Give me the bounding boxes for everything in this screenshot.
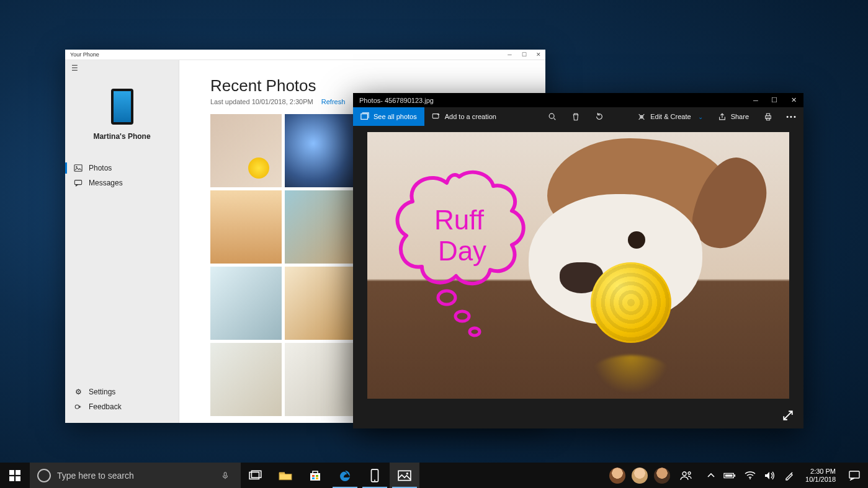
sidebar-item-feedback[interactable]: Feedback xyxy=(65,399,179,414)
photos-icon xyxy=(74,164,83,172)
see-all-photos-button[interactable]: See all photos xyxy=(353,107,424,126)
photo-thumbnail[interactable] xyxy=(285,267,356,340)
close-button[interactable]: ✕ xyxy=(784,93,803,107)
ink-workspace-icon[interactable] xyxy=(784,471,794,481)
start-button[interactable] xyxy=(0,463,30,488)
zoom-button[interactable] xyxy=(540,107,564,126)
svg-rect-17 xyxy=(16,470,20,475)
search-placeholder: Type here to search xyxy=(57,471,210,481)
svg-point-32 xyxy=(406,472,408,474)
photo-image[interactable]: Ruff Day xyxy=(367,132,789,399)
taskbar-app-explorer[interactable] xyxy=(271,463,300,488)
battery-icon[interactable] xyxy=(723,472,736,479)
tray-overflow-icon[interactable] xyxy=(707,473,715,478)
edit-create-button[interactable]: Edit & Create ⌄ xyxy=(630,107,710,126)
your-phone-sidebar: ☰ Martina's Phone Photos Messages xyxy=(65,60,179,423)
mic-icon[interactable] xyxy=(216,471,235,480)
hamburger-icon[interactable]: ☰ xyxy=(65,60,179,76)
svg-point-14 xyxy=(455,311,469,321)
sidebar-item-label: Messages xyxy=(89,179,123,187)
see-all-label: See all photos xyxy=(374,113,417,120)
svg-point-6 xyxy=(549,113,554,118)
phone-name: Martina's Phone xyxy=(93,132,150,141)
add-to-creation-button[interactable]: Add to a creation xyxy=(424,107,504,126)
sidebar-item-photos[interactable]: Photos xyxy=(65,161,179,175)
messages-icon xyxy=(74,179,83,187)
feedback-icon xyxy=(74,402,83,411)
svg-rect-31 xyxy=(398,471,411,480)
photo-thumbnail[interactable] xyxy=(210,114,282,187)
gear-icon: ⚙ xyxy=(74,388,83,396)
photo-thumbnail[interactable] xyxy=(285,343,356,416)
system-tray xyxy=(701,463,800,488)
svg-rect-20 xyxy=(224,472,226,476)
add-creation-icon xyxy=(432,112,441,121)
share-label: Share xyxy=(731,113,749,120)
refresh-link[interactable]: Refresh xyxy=(321,98,346,105)
rotate-icon xyxy=(595,112,604,121)
more-button[interactable]: ••• xyxy=(780,107,803,126)
minimize-button[interactable]: ─ xyxy=(746,93,765,107)
close-button[interactable]: ✕ xyxy=(531,50,545,60)
svg-text:Ruff: Ruff xyxy=(434,205,485,235)
taskbar: Type here to search xyxy=(0,463,868,488)
sidebar-item-label: Photos xyxy=(89,164,112,172)
svg-rect-28 xyxy=(316,477,318,479)
photo-ball xyxy=(591,262,671,343)
collection-icon xyxy=(360,112,369,121)
taskbar-clock[interactable]: 2:30 PM 10/1/2018 xyxy=(800,463,841,488)
sidebar-item-settings[interactable]: ⚙ Settings xyxy=(65,384,179,399)
sidebar-item-messages[interactable]: Messages xyxy=(65,175,179,190)
svg-point-30 xyxy=(374,479,375,481)
taskbar-app-yourphone[interactable] xyxy=(360,463,390,488)
fullscreen-button[interactable] xyxy=(781,409,795,422)
cortana-icon xyxy=(37,469,51,482)
svg-point-13 xyxy=(438,291,455,304)
svg-point-1 xyxy=(76,166,77,167)
maximize-button[interactable]: ☐ xyxy=(517,50,531,60)
clock-date: 10/1/2018 xyxy=(805,476,836,484)
photo-thumbnail[interactable] xyxy=(285,114,356,187)
taskbar-people xyxy=(604,463,701,488)
trash-icon xyxy=(571,112,580,121)
svg-rect-39 xyxy=(849,471,859,478)
svg-rect-37 xyxy=(725,474,733,477)
share-button[interactable]: Share xyxy=(710,107,756,126)
people-button[interactable] xyxy=(676,471,696,481)
photo-thumbnail[interactable] xyxy=(285,190,356,264)
search-box[interactable]: Type here to search xyxy=(30,463,241,488)
taskbar-app-store[interactable] xyxy=(300,463,330,488)
svg-rect-24 xyxy=(310,473,320,481)
svg-rect-36 xyxy=(734,474,735,477)
people-contact[interactable] xyxy=(632,468,648,484)
photos-title: Photos- 4567890123.jpg xyxy=(359,97,434,104)
photo-thumbnail[interactable] xyxy=(210,343,282,416)
volume-icon[interactable] xyxy=(764,471,776,480)
sidebar-item-label: Feedback xyxy=(89,402,122,411)
minimize-button[interactable]: ─ xyxy=(503,50,517,60)
maximize-button[interactable]: ☐ xyxy=(765,93,784,107)
edit-create-label: Edit & Create xyxy=(650,113,691,120)
photo-canvas: Ruff Day xyxy=(353,126,803,428)
phone-summary: Martina's Phone xyxy=(65,76,179,149)
svg-rect-26 xyxy=(316,475,318,477)
people-contact[interactable] xyxy=(609,468,625,484)
people-contact[interactable] xyxy=(654,468,670,484)
taskbar-app-photos[interactable] xyxy=(390,463,419,488)
edit-icon xyxy=(637,112,646,121)
taskbar-app-taskview[interactable] xyxy=(241,463,271,488)
rotate-button[interactable] xyxy=(588,107,611,126)
photo-thumbnail[interactable] xyxy=(210,267,282,340)
svg-point-38 xyxy=(749,478,751,479)
action-center-button[interactable] xyxy=(841,463,868,488)
print-button[interactable] xyxy=(756,107,780,126)
svg-rect-0 xyxy=(74,165,82,172)
svg-point-3 xyxy=(75,405,79,409)
svg-rect-16 xyxy=(9,470,14,475)
wifi-icon[interactable] xyxy=(745,471,756,480)
taskbar-app-edge[interactable] xyxy=(330,463,360,488)
photo-thumbnail[interactable] xyxy=(210,190,282,264)
delete-button[interactable] xyxy=(564,107,588,126)
svg-text:Day: Day xyxy=(438,236,486,266)
photos-window: Photos- 4567890123.jpg ─ ☐ ✕ See all pho… xyxy=(353,93,803,428)
